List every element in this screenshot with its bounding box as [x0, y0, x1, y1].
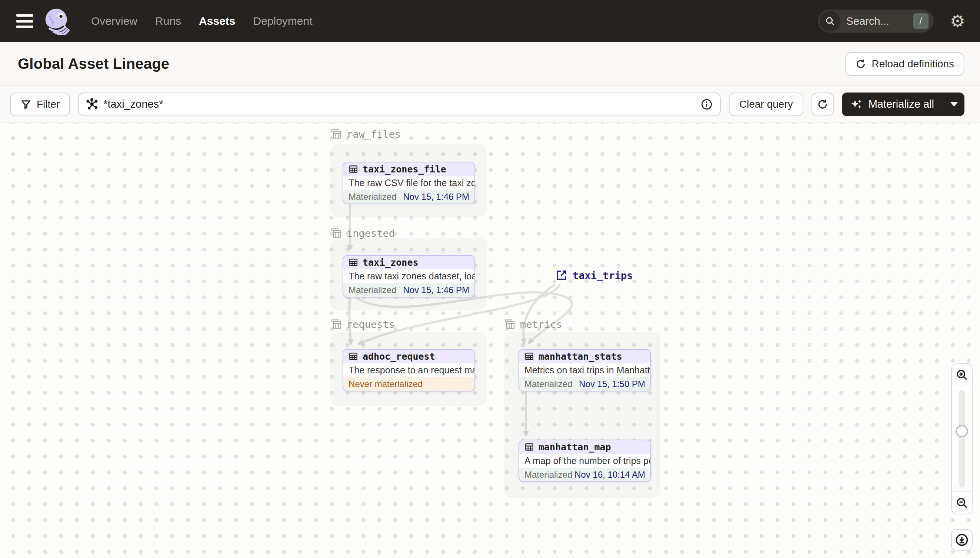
lineage-canvas[interactable]: raw_files taxi_zones_file The raw CSV fi…	[0, 123, 980, 558]
nav-item-deployment[interactable]: Deployment	[253, 15, 312, 27]
asset-node-manhattan_stats[interactable]: manhattan_stats Metrics on taxi trips in…	[519, 349, 651, 392]
clear-query-button[interactable]: Clear query	[729, 92, 803, 116]
lineage-toolbar: Filter Clear query Materializ	[0, 86, 980, 123]
nav-item-overview[interactable]: Overview	[91, 15, 137, 27]
top-nav: Overview Runs Assets Deployment / ⚙	[0, 0, 980, 42]
graph-selection-icon	[86, 98, 98, 111]
info-icon[interactable]	[701, 98, 713, 110]
group-tables-icon	[504, 318, 516, 330]
recenter-view-button[interactable]	[951, 529, 973, 551]
zoom-slider-handle[interactable]	[955, 425, 968, 437]
zoom-out-button[interactable]	[952, 492, 972, 514]
node-description: The raw taxi zones dataset, loaded int..…	[343, 269, 474, 283]
group-label-raw_files[interactable]: raw_files	[330, 128, 401, 140]
zoom-controls	[951, 363, 973, 514]
zoom-in-icon	[955, 369, 968, 381]
search-input[interactable]	[840, 15, 913, 27]
group-label-requests[interactable]: requests	[330, 318, 395, 330]
table-icon	[524, 442, 534, 452]
table-icon	[349, 351, 358, 361]
nav-links: Overview Runs Assets Deployment	[91, 15, 313, 27]
nav-item-assets[interactable]: Assets	[199, 15, 235, 27]
node-status: Materialized Nov 15, 1:50 PM	[519, 377, 651, 391]
asset-selection-input-wrap	[78, 92, 721, 116]
node-description: A map of the number of trips per taxi z.…	[519, 454, 651, 468]
node-description: Metrics on taxi trips in Manhattan	[519, 363, 651, 377]
node-description: The raw CSV file for the taxi zones dat.…	[343, 176, 474, 190]
group-tables-icon	[330, 318, 342, 330]
asset-node-adhoc_request[interactable]: adhoc_request The response to an request…	[343, 349, 475, 392]
dagster-logo-icon[interactable]	[43, 7, 71, 35]
node-status: Never materialized	[343, 377, 474, 391]
search-icon	[820, 11, 840, 31]
recenter-download-icon	[955, 533, 969, 547]
nav-item-runs[interactable]: Runs	[155, 15, 181, 27]
keyboard-shortcut-badge: /	[913, 13, 929, 29]
refresh-icon	[855, 59, 866, 70]
table-icon	[349, 258, 358, 267]
filter-button[interactable]: Filter	[10, 92, 70, 116]
table-icon	[349, 164, 358, 174]
materialize-all-button[interactable]: Materialize all	[842, 92, 943, 116]
table-icon	[524, 351, 534, 361]
asset-node-taxi_zones[interactable]: taxi_zones The raw taxi zones dataset, l…	[343, 255, 475, 297]
zoom-out-icon	[955, 497, 968, 509]
group-tables-icon	[330, 227, 342, 239]
zoom-in-button[interactable]	[952, 364, 972, 386]
lineage-edges	[0, 123, 980, 558]
refresh-icon	[817, 98, 828, 110]
external-link-icon	[555, 269, 567, 281]
page-header: Global Asset Lineage Reload definitions	[0, 42, 980, 86]
asset-node-manhattan_map[interactable]: manhattan_map A map of the number of tri…	[519, 440, 651, 482]
zoom-slider[interactable]	[952, 386, 972, 492]
group-label-ingested[interactable]: ingested	[330, 227, 395, 239]
asset-node-taxi_zones_file[interactable]: taxi_zones_file The raw CSV file for the…	[343, 162, 475, 204]
node-status: Materialized Nov 16, 10:14 AM	[519, 468, 651, 481]
asset-selection-input[interactable]	[103, 98, 695, 110]
zoom-slider-track	[959, 390, 965, 488]
materialize-options-button[interactable]	[943, 92, 964, 116]
materialize-all-split-button: Materialize all	[842, 92, 964, 116]
menu-icon[interactable]	[16, 14, 33, 28]
sparkles-icon	[850, 98, 863, 111]
group-label-metrics[interactable]: metrics	[504, 318, 562, 330]
filter-funnel-icon	[20, 99, 31, 110]
search-box[interactable]: /	[818, 10, 934, 33]
node-status: Materialized Nov 15, 1:46 PM	[343, 283, 474, 297]
page-title: Global Asset Lineage	[18, 56, 169, 72]
refresh-graph-button[interactable]	[812, 92, 834, 116]
node-description: The response to an request made in th...	[343, 363, 474, 377]
node-status: Materialized Nov 15, 1:46 PM	[343, 190, 474, 204]
group-tables-icon	[330, 128, 342, 140]
chevron-down-icon	[950, 102, 958, 107]
reload-definitions-button[interactable]: Reload definitions	[845, 52, 964, 76]
settings-gear-icon[interactable]: ⚙	[950, 13, 965, 30]
external-asset-taxi_trips[interactable]: taxi_trips	[555, 269, 633, 281]
